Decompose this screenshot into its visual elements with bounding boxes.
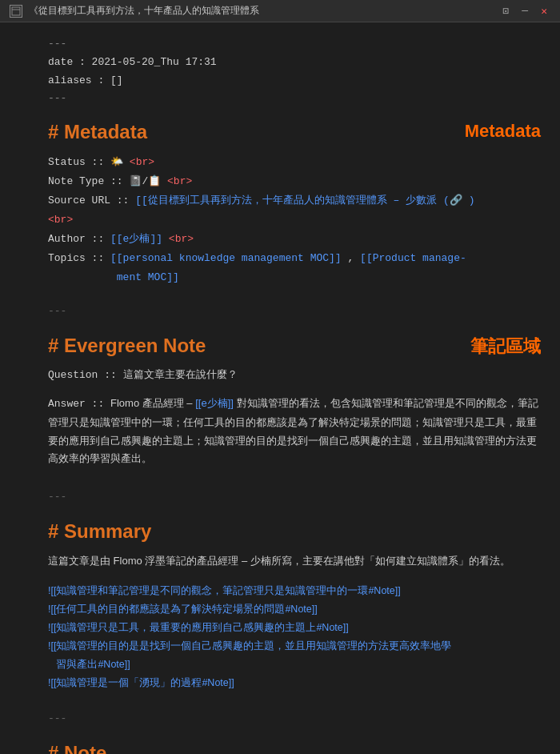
question-label: Question :: bbox=[48, 369, 123, 381]
yaml-date-row: date : 2021-05-20_Thu 17:31 bbox=[48, 54, 544, 72]
field-sourceurl-label: Source URL :: bbox=[48, 195, 135, 207]
note-heading: # Note bbox=[48, 742, 544, 754]
minimize-button[interactable]: — bbox=[518, 5, 531, 17]
evergreen-corner-label: 筆記區域 bbox=[470, 335, 541, 359]
field-status-br: <br> bbox=[130, 156, 154, 168]
field-author: Author :: [[e少楠]] <br> bbox=[48, 230, 544, 249]
bullet-5: ![[知識管理是一個「湧現」的過程#Note]] bbox=[48, 674, 544, 692]
note-section: # Note 我的背包里面有一把朋友送的瑞士軍刀，功能非常多，但是我使用最頻繁的… bbox=[0, 734, 560, 754]
field-sourceurl-link-icon: (🔗 bbox=[443, 195, 462, 207]
yaml-aliases-value: [] bbox=[110, 74, 123, 86]
yaml-date-value: 2021-05-20_Thu 17:31 bbox=[92, 56, 217, 68]
answer-intro: Flomo 產品經理 – bbox=[110, 397, 195, 409]
bullet-3: ![[知識管理只是工具，最重要的應用到自己感興趣的主題上#Note]] bbox=[48, 619, 544, 637]
field-notetype-label: Note Type :: bbox=[48, 175, 129, 187]
title-bar: 《從目標到工具再到方法，十年產品人的知識管理體系 ⊡ — ✕ bbox=[0, 0, 560, 22]
sep-3: --- bbox=[0, 701, 560, 734]
summary-intro: 這篇文章是由 Flomo 浮墨筆記的產品經理 – 少楠所寫，主要在講他對「如何建… bbox=[48, 552, 544, 571]
title-bar-left: 《從目標到工具再到方法，十年產品人的知識管理體系 bbox=[10, 4, 259, 18]
evergreen-heading: # Evergreen Note bbox=[48, 335, 544, 357]
summary-heading: # Summary bbox=[48, 520, 544, 543]
metadata-corner-label: Metadata bbox=[465, 121, 541, 142]
field-notetype-emoji: 📓/📋 bbox=[129, 175, 161, 187]
maximize-button[interactable]: ⊡ bbox=[500, 5, 513, 18]
svg-rect-0 bbox=[12, 7, 20, 15]
evergreen-section: 筆記區域 # Evergreen Note Question :: 這篇文章主要… bbox=[0, 327, 560, 487]
yaml-aliases-label: aliases : bbox=[48, 74, 110, 86]
app-icon bbox=[10, 5, 22, 18]
bullet-4: ![[知識管理的目的是是找到一個自己感興趣的主題，並且用知識管理的方法更高效率地… bbox=[48, 637, 544, 674]
field-topics: Topics :: [[personal knowledge managemen… bbox=[48, 249, 544, 287]
field-status: Status :: 🌤️ <br> bbox=[48, 153, 544, 172]
sep-2: --- bbox=[0, 487, 560, 512]
yaml-dashes-bottom: --- bbox=[48, 90, 544, 108]
answer-row: Answer :: Flomo 產品經理 – [[e少楠]] 對知識管理的看法，… bbox=[48, 395, 544, 468]
yaml-date-label: date : bbox=[48, 56, 92, 68]
field-status-emoji: 🌤️ bbox=[110, 156, 123, 168]
field-notetype: Note Type :: 📓/📋 <br> bbox=[48, 172, 544, 191]
answer-link: [[e少楠]] bbox=[195, 397, 234, 409]
window-title: 《從目標到工具再到方法，十年產品人的知識管理體系 bbox=[29, 4, 259, 18]
window-controls[interactable]: ⊡ — ✕ bbox=[500, 5, 550, 18]
question-row: Question :: 這篇文章主要在說什麼？ bbox=[48, 367, 544, 385]
field-sourceurl: Source URL :: [[從目標到工具再到方法，十年產品人的知識管理體系 … bbox=[48, 191, 544, 211]
answer-label: Answer :: bbox=[48, 398, 110, 410]
summary-section: # Summary 這篇文章是由 Flomo 浮墨筆記的產品經理 – 少楠所寫，… bbox=[0, 512, 560, 701]
field-sourceurl-value: [[從目標到工具再到方法，十年產品人的知識管理體系 – 少數派 bbox=[135, 195, 437, 207]
field-author-br: <br> bbox=[169, 233, 194, 245]
yaml-aliases-row: aliases : [] bbox=[48, 72, 544, 90]
metadata-section: Metadata # Metadata Status :: 🌤️ <br> No… bbox=[0, 108, 560, 295]
field-topics-comma: , bbox=[347, 252, 354, 264]
summary-bullets: ![[知識管理和筆記管理是不同的觀念，筆記管理只是知識管理中的一環#Note]]… bbox=[48, 582, 544, 693]
field-status-label: Status :: bbox=[48, 156, 110, 168]
close-button[interactable]: ✕ bbox=[538, 5, 550, 18]
field-br: <br> bbox=[48, 211, 544, 230]
field-author-value: [[e少楠]] bbox=[110, 233, 162, 245]
field-notetype-br: <br> bbox=[167, 175, 192, 187]
field-sourceurl-close: ) bbox=[469, 195, 475, 207]
main-content: --- date : 2021-05-20_Thu 17:31 aliases … bbox=[0, 22, 560, 754]
field-topics-value1: [[personal knowledge management MOC]] bbox=[110, 252, 342, 264]
field-topics-label: Topics :: bbox=[48, 252, 110, 264]
metadata-fields: Status :: 🌤️ <br> Note Type :: 📓/📋 <br> … bbox=[48, 153, 544, 287]
sep-1: --- bbox=[0, 295, 560, 327]
yaml-dashes-top: --- bbox=[48, 35, 544, 54]
question-value: 這篇文章主要在說什麼？ bbox=[123, 369, 238, 381]
bullet-2: ![[任何工具的目的都應該是為了解決特定場景的問題#Note]] bbox=[48, 600, 544, 619]
yaml-frontmatter: --- date : 2021-05-20_Thu 17:31 aliases … bbox=[0, 22, 560, 108]
field-author-label: Author :: bbox=[48, 233, 110, 245]
bullet-1: ![[知識管理和筆記管理是不同的觀念，筆記管理只是知識管理中的一環#Note]] bbox=[48, 582, 544, 600]
